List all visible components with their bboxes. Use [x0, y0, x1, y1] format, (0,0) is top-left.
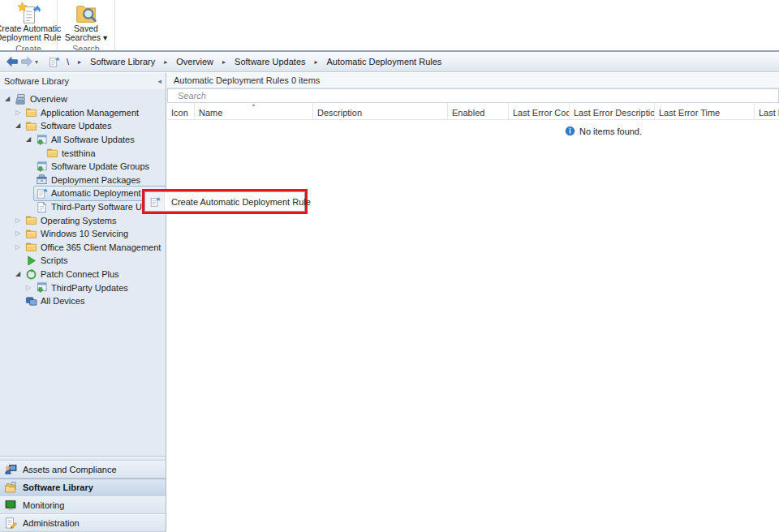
tree-item-all-software-updates[interactable]: ◢ All Software Updates	[0, 133, 166, 147]
assets-icon	[4, 463, 17, 476]
history-dropdown-icon[interactable]: ▾	[35, 58, 38, 66]
column-header-last-error-time[interactable]: Last Error Time	[655, 103, 755, 119]
scripts-icon	[25, 255, 37, 267]
column-header-label: Last Error Description	[574, 108, 655, 118]
tree-item-automatic-deployment-rules[interactable]: Automatic Deployment Rules	[0, 187, 166, 200]
column-header-label: Icon	[171, 108, 188, 118]
breadcrumb-item-automatic-deployment-rules[interactable]: Automatic Deployment Rules	[325, 57, 444, 66]
tree-item-label: Scripts	[41, 255, 68, 265]
list-body: No items found.	[167, 120, 779, 532]
administration-icon	[4, 517, 17, 530]
tree-item-label: testthina	[62, 148, 96, 158]
tree-item-label: Software Update Groups	[51, 161, 149, 171]
folder-icon	[25, 106, 37, 118]
folder-icon	[25, 214, 37, 226]
tree-item-application-management[interactable]: ▷ Application Management	[0, 106, 166, 120]
tree-item-third-party-software-update-catalog[interactable]: Third-Party Software Update Catalog	[0, 200, 166, 214]
devices-icon	[25, 295, 37, 307]
tree-item-scripts[interactable]: Scripts	[0, 254, 166, 268]
ribbon: Create Automatic Deployment Rule Create …	[0, 0, 779, 50]
tree-item-testthina[interactable]: testthina	[0, 146, 166, 160]
breadcrumb-root[interactable]: \	[65, 57, 71, 66]
updates-icon	[36, 134, 48, 146]
sidebar-header: Software Library ◂	[0, 73, 166, 89]
pcp-icon	[25, 268, 37, 281]
expander-open-icon[interactable]: ◢	[24, 135, 33, 144]
forward-arrow-icon[interactable]	[19, 55, 34, 68]
breadcrumb-separator-icon: ▸	[164, 58, 167, 66]
column-header-name[interactable]: ▲ Name	[195, 103, 313, 119]
menu-item-create-automatic-deployment-rule[interactable]: Create Automatic Deployment Rule	[165, 192, 311, 211]
breadcrumb-item-software-library[interactable]: Software Library	[88, 57, 157, 66]
folder-icon	[25, 228, 37, 240]
expander-closed-icon[interactable]: ▷	[13, 216, 23, 225]
column-header-last-evaluation-time[interactable]: Last Evaluation Time	[755, 103, 779, 119]
tree-item-windows-10-servicing[interactable]: ▷ Windows 10 Servicing	[0, 227, 166, 241]
tree-item-software-updates[interactable]: ◢ Software Updates	[0, 119, 166, 133]
ribbon-button-label-line: Create Automatic	[0, 24, 61, 33]
empty-message-text: No items found.	[579, 127, 642, 136]
column-header-label: Last Error Code	[513, 108, 570, 118]
sidebar-title: Software Library	[4, 76, 157, 86]
search-input[interactable]: Search	[167, 88, 779, 103]
tree-item-overview[interactable]: ◢ Overview	[0, 92, 166, 106]
workspace-software-library[interactable]: Software Library	[0, 478, 166, 496]
workspace-label: Monitoring	[23, 500, 64, 510]
tree-item-label: All Software Updates	[51, 135, 135, 144]
column-header-last-error-description[interactable]: Last Error Description	[570, 103, 655, 119]
tree-item-patch-connect-plus[interactable]: ◢ Patch Connect Plus	[0, 268, 166, 281]
workspace-label: Software Library	[23, 483, 93, 492]
expander-open-icon[interactable]: ◢	[13, 269, 23, 279]
expander-closed-icon[interactable]: ▷	[13, 242, 23, 252]
updates-icon	[36, 281, 48, 294]
tree-item-label: ThirdParty Updates	[51, 283, 128, 293]
column-header-icon[interactable]: Icon	[167, 103, 195, 119]
expander-open-icon[interactable]: ◢	[13, 121, 23, 131]
tree-item-software-update-groups[interactable]: Software Update Groups	[0, 160, 166, 174]
tree-item-deployment-packages[interactable]: Deployment Packages	[0, 174, 166, 187]
breadcrumb-item-overview[interactable]: Overview	[174, 57, 215, 66]
ribbon-group-search: Saved Searches ▾ Search	[58, 0, 115, 50]
menu-icon-gutter	[145, 192, 165, 211]
navigation-tree: ◢ Overview ▷ Application Management ◢	[0, 89, 166, 456]
workspace-assets-and-compliance[interactable]: Assets and Compliance	[0, 461, 166, 478]
column-header-label: Enabled	[452, 108, 484, 118]
column-header-label: Last Evaluation Time	[759, 108, 779, 118]
breadcrumb-separator-icon: ▸	[222, 58, 226, 66]
tree-item-label: Software Updates	[41, 121, 111, 131]
back-arrow-icon[interactable]	[5, 55, 19, 68]
tree-item-label: Deployment Packages	[51, 175, 140, 185]
expander-open-icon[interactable]: ◢	[2, 94, 12, 104]
tree-item-all-devices[interactable]: All Devices	[0, 294, 166, 308]
tree-item-label: Overview	[30, 94, 67, 104]
folder-icon	[25, 241, 37, 253]
catalog-icon	[36, 201, 48, 213]
expander-closed-icon[interactable]: ▷	[13, 108, 23, 118]
column-header-last-error-code[interactable]: Last Error Code	[509, 103, 570, 119]
package-icon	[36, 174, 48, 186]
expander-closed-icon[interactable]: ▷	[13, 229, 23, 238]
breadcrumb-item-software-updates[interactable]: Software Updates	[233, 57, 307, 66]
saved-searches-button[interactable]: Saved Searches ▾	[60, 2, 112, 41]
column-header-label: Name	[199, 108, 222, 118]
tree-item-operating-systems[interactable]: ▷ Operating Systems	[0, 213, 166, 227]
create-automatic-deployment-rule-button[interactable]: Create Automatic Deployment Rule	[2, 2, 54, 41]
collapse-pane-icon[interactable]: ◂	[157, 77, 161, 85]
library-icon	[4, 481, 17, 494]
tree-item-thirdparty-updates[interactable]: ▷ ThirdParty Updates	[0, 281, 166, 294]
ribbon-group-create: Create Automatic Deployment Rule Create	[0, 0, 58, 50]
workspace-label: Assets and Compliance	[23, 465, 117, 474]
column-header-description[interactable]: Description	[313, 103, 448, 119]
workspace-monitoring[interactable]: Monitoring	[0, 496, 166, 514]
tree-item-body[interactable]: All Devices	[23, 294, 88, 309]
expander-closed-icon[interactable]: ▷	[24, 283, 33, 293]
column-header-label: Description	[317, 108, 362, 118]
tree-item-label: All Devices	[41, 296, 84, 306]
column-header-enabled[interactable]: Enabled	[448, 103, 509, 119]
tree-item-label: Windows 10 Servicing	[41, 229, 128, 238]
workspace-administration[interactable]: Administration	[0, 514, 166, 532]
folder-icon	[46, 147, 58, 159]
tree-item-office-365-client-management[interactable]: ▷ Office 365 Client Management	[0, 241, 166, 255]
adr-icon	[36, 187, 48, 200]
tree-item-label: Office 365 Client Management	[41, 242, 161, 252]
